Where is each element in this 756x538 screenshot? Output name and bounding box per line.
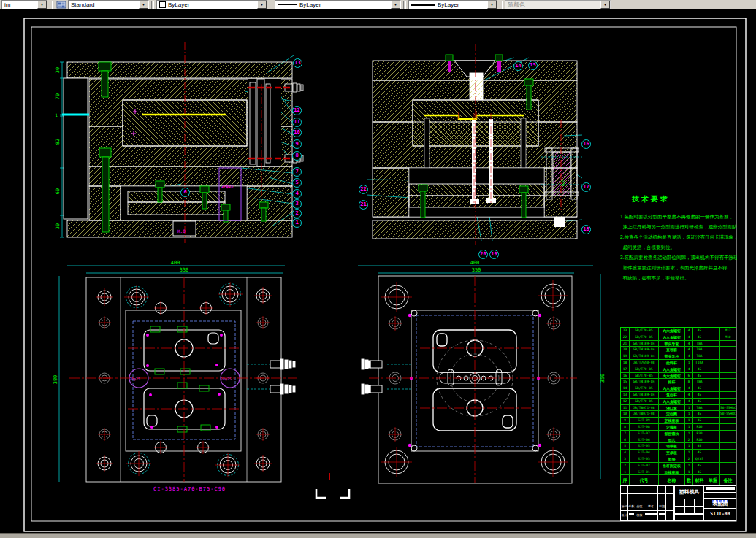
bom-cell-name: 内六角螺钉 bbox=[659, 334, 685, 341]
bom-cell-material: 45 bbox=[693, 399, 706, 405]
bom-cell-name: 内六角螺钉 bbox=[659, 399, 685, 405]
chevron-down-icon[interactable]: ▼ bbox=[257, 1, 267, 9]
bom-cell-qty: 1 bbox=[685, 411, 693, 418]
bom-cell-no: 4 bbox=[621, 450, 630, 456]
bom-header-material: 材料 bbox=[693, 475, 706, 485]
chevron-down-icon[interactable]: ▼ bbox=[487, 1, 497, 9]
chevron-down-icon: ▼ bbox=[600, 1, 610, 9]
bom-header: 序号 代号 名称 数量 材料 单重 备注 bbox=[621, 475, 736, 485]
bom-cell-no: 20 bbox=[621, 347, 630, 353]
bom-cell-code: SJT-09 bbox=[630, 418, 659, 424]
bom-cell-weight bbox=[706, 328, 720, 334]
bom-cell-material: 45 bbox=[693, 469, 706, 476]
title-block: 标记 处数 分区 签名 日期 设计 校核 塑料模具 bbox=[620, 485, 736, 521]
bom-cell-note bbox=[720, 469, 736, 476]
bom-cell-name: 带头导柱 bbox=[659, 353, 685, 360]
bom-cell-name: 定模板 bbox=[659, 424, 685, 431]
bom-cell-note: 50-55HRC bbox=[720, 405, 736, 412]
balloon-callout: 16 bbox=[581, 139, 591, 149]
bom-cell-qty: 4 bbox=[685, 385, 693, 392]
plan-view-fixed-half bbox=[354, 261, 610, 489]
bom-cell-name: 垫块 bbox=[659, 456, 685, 463]
bom-cell-material: T8A bbox=[693, 353, 706, 360]
linetype-combo[interactable]: ByLayer ▼ bbox=[275, 0, 401, 9]
tech-req-line: 涂上红丹粉与另一分型面进行对研检查，观察分型面贴合情况。 bbox=[620, 222, 737, 232]
bom-cell-code: GB/T4169-84 bbox=[630, 379, 659, 385]
bom-cell-weight bbox=[706, 373, 720, 380]
bom-cell-name: 动模座板 bbox=[659, 469, 685, 476]
bom-cell-code: SJT-05 bbox=[630, 443, 659, 450]
drawing-name: 装配图 bbox=[704, 499, 736, 509]
bom-cell-no: 15 bbox=[621, 379, 630, 385]
bom-cell-material: 45 bbox=[693, 411, 706, 418]
bom-cell-name: 推杆 bbox=[659, 379, 685, 385]
text-style-icon[interactable] bbox=[56, 1, 66, 9]
bom-cell-name: 内六角螺钉 bbox=[659, 366, 685, 373]
bom-cell-weight bbox=[706, 443, 720, 450]
bom-cell-no: 8 bbox=[621, 424, 630, 431]
bom-cell-note bbox=[720, 450, 736, 456]
bom-cell-name: 推杆固定板 bbox=[659, 463, 685, 469]
balloon-callout: 7 bbox=[292, 167, 302, 177]
bom-cell-weight bbox=[706, 360, 720, 366]
bom-cell-code: JB/T7650-08 bbox=[630, 360, 659, 366]
color-combo[interactable]: ByLayer ▼ bbox=[156, 0, 267, 9]
chevron-down-icon[interactable]: ▼ bbox=[37, 1, 47, 9]
tech-req-line: 3.装配后要检查各运动部位间隙，顶出机构不得有干涉现象。 bbox=[620, 253, 737, 263]
tech-req-line: 有缺陷，如有不足，要修整好。 bbox=[620, 273, 737, 283]
layer-combo[interactable]: im ▼ bbox=[1, 0, 47, 9]
lineweight-combo-value: ByLayer bbox=[438, 1, 459, 8]
svg-text:K.O: K.O bbox=[177, 228, 186, 234]
bom-cell-material: T8A bbox=[693, 379, 706, 385]
bom-cell-qty: 1 bbox=[685, 450, 693, 456]
bom-cell-weight bbox=[706, 353, 720, 360]
chevron-down-icon[interactable]: ▼ bbox=[391, 1, 400, 9]
bom-cell-material: T8A bbox=[693, 341, 706, 347]
bom-cell-code: SJT-03 bbox=[630, 456, 659, 463]
bom-cell-name: 内六角螺钉 bbox=[659, 373, 685, 380]
bom-cell-no: 7 bbox=[621, 431, 630, 437]
company-logo bbox=[704, 493, 736, 499]
bom-cell-no: 16 bbox=[621, 373, 630, 380]
balloon-callout: 21 bbox=[359, 200, 368, 210]
title-block-right: 装配图 STJT-00 bbox=[703, 486, 736, 520]
drawing-canvas[interactable]: 30 70 1 82 60 30 400 330 380 400 350 350 bbox=[0, 9, 756, 538]
bom-cell-name: 型腔镶块 bbox=[659, 431, 685, 437]
bom-cell-note bbox=[720, 366, 736, 373]
tb-label: 处数 bbox=[628, 502, 635, 511]
bom-cell-qty: 1 bbox=[685, 469, 693, 476]
bom-row: 3 SJT-03 垫块 2 Q235 bbox=[621, 456, 736, 463]
bom-header-qty: 数量 bbox=[685, 475, 693, 485]
bom-cell-qty: 1 bbox=[685, 431, 693, 437]
toolbar-separator bbox=[403, 1, 406, 9]
bom-cell-material: 45 bbox=[693, 392, 706, 399]
bom-cell-qty: 1 bbox=[685, 360, 693, 366]
bom-cell-no: 18 bbox=[621, 360, 630, 366]
bom-row: 2 SJT-02 推杆固定板 1 45 bbox=[621, 463, 736, 469]
bom-cell-qty: 4 bbox=[685, 366, 693, 373]
bom-cell-note bbox=[720, 353, 736, 360]
bom-cell-qty: 4 bbox=[685, 392, 693, 399]
bom-header-code: 代号 bbox=[630, 475, 659, 485]
section-view-moving-half: 2Pφ25 K.O bbox=[44, 40, 316, 253]
svg-text:2Pφ25: 2Pφ25 bbox=[129, 377, 140, 382]
tb-label: 签名 bbox=[644, 502, 658, 511]
bom-row: 12 GB/T70-85 内六角螺钉 4 45 bbox=[621, 399, 736, 405]
bom-cell-note bbox=[720, 392, 736, 399]
lineweight-combo[interactable]: ByLayer ▼ bbox=[408, 0, 497, 9]
balloon-callout: 12 bbox=[292, 106, 302, 115]
tech-req-line: 2.检查各个活动机构是否灵活，保证没有任何卡滞现象， bbox=[620, 232, 737, 242]
svg-text:2Pφ25: 2Pφ25 bbox=[221, 184, 234, 189]
bom-cell-weight bbox=[706, 347, 720, 353]
bom-cell-code: GB/T70-85 bbox=[630, 328, 659, 334]
bom-cell-note bbox=[720, 437, 736, 444]
bom-row: 20 GB/T4169-84 直导套 4 T8A bbox=[621, 347, 736, 353]
balloon-callout: 19 bbox=[489, 250, 499, 259]
plotstyle-combo: 随颜色 ▼ bbox=[505, 0, 611, 9]
chevron-down-icon[interactable]: ▼ bbox=[139, 1, 148, 9]
bom-cell-weight bbox=[706, 405, 720, 412]
bom-cell-code: GB/T4169-84 bbox=[630, 347, 659, 353]
linetype-combo-value: ByLayer bbox=[299, 1, 321, 8]
style-combo[interactable]: Standard ▼ bbox=[68, 0, 149, 9]
bom-cell-code: SJT-04 bbox=[630, 450, 659, 456]
